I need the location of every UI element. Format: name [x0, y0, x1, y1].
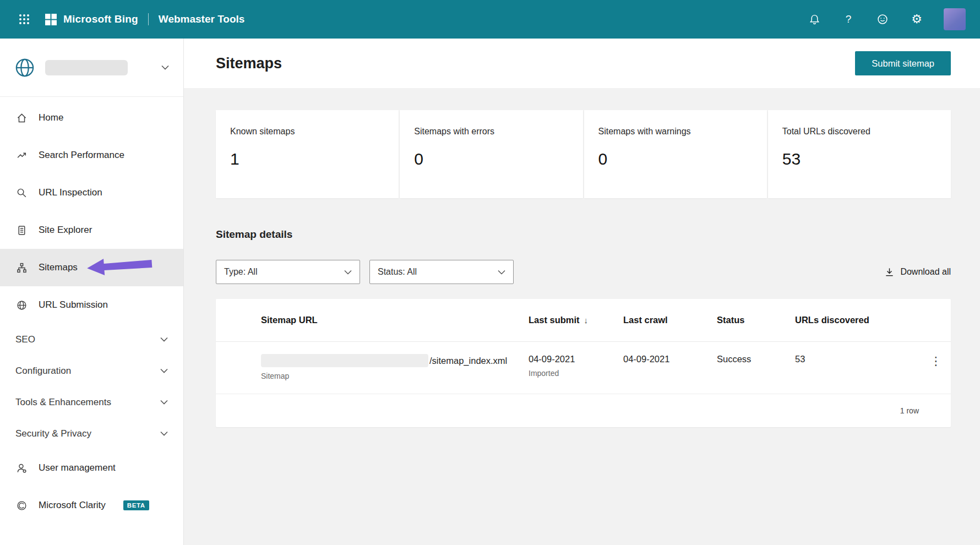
chevron-down-icon [160, 337, 168, 342]
stats-row: Known sitemaps 1 Sitemaps with errors 0 … [216, 110, 951, 198]
stat-card-sitemaps-warnings: Sitemaps with warnings 0 [584, 110, 767, 198]
trend-chart-icon [15, 149, 28, 161]
notifications-bell-icon[interactable] [807, 12, 821, 26]
product-name: Webmaster Tools [159, 13, 245, 25]
urls-discovered-cell: 53 [795, 354, 921, 364]
last-submit-source: Imported [529, 369, 623, 378]
chevron-down-icon [160, 431, 168, 436]
sitemap-details-title: Sitemap details [216, 228, 951, 241]
type-filter-value: Type: All [224, 267, 257, 277]
user-icon [15, 462, 28, 474]
stat-label: Total URLs discovered [782, 127, 937, 137]
stat-label: Sitemaps with errors [414, 127, 568, 137]
site-selector[interactable] [0, 39, 183, 97]
feedback-smiley-icon[interactable] [875, 12, 890, 26]
sitemaps-table: Sitemap URL Last submit↓ Last crawl Stat… [216, 299, 951, 427]
beta-badge: BETA [123, 500, 149, 510]
type-filter-select[interactable]: Type: All [216, 260, 360, 284]
app-root: Microsoft Bing Webmaster Tools ? ⚙ [0, 0, 980, 545]
sidebar-item-microsoft-clarity[interactable]: Microsoft Clarity BETA [0, 487, 183, 524]
download-icon [884, 267, 895, 277]
brand-logo[interactable]: Microsoft Bing Webmaster Tools [45, 13, 244, 25]
sidebar-item-label: Home [39, 112, 63, 123]
status-cell: Success [717, 354, 795, 364]
sidebar: Home Search Performance URL Inspection [0, 39, 184, 545]
last-submit-cell: 04-09-2021 Imported [529, 354, 623, 378]
sidebar-item-user-management[interactable]: User management [0, 449, 183, 487]
stat-card-total-urls: Total URLs discovered 53 [768, 110, 951, 198]
sort-desc-icon: ↓ [584, 315, 589, 325]
sidebar-item-sitemaps[interactable]: Sitemaps [0, 249, 183, 286]
table-header-row: Sitemap URL Last submit↓ Last crawl Stat… [216, 299, 951, 342]
last-crawl-date: 04-09-2021 [623, 354, 717, 364]
filters-row: Type: All Status: All [216, 260, 951, 284]
stat-label: Sitemaps with warnings [598, 127, 753, 137]
sidebar-item-search-performance[interactable]: Search Performance [0, 137, 183, 174]
row-count-label: 1 row [900, 406, 919, 415]
sitemap-type-label: Sitemap [261, 372, 529, 380]
col-header-sitemap-url[interactable]: Sitemap URL [216, 315, 529, 325]
microsoft-logo-icon [45, 14, 57, 25]
stat-card-known-sitemaps: Known sitemaps 1 [216, 110, 399, 198]
col-header-last-submit[interactable]: Last submit↓ [529, 315, 623, 325]
help-icon[interactable]: ? [841, 12, 856, 26]
sidebar-group-label: Tools & Enhancements [15, 397, 111, 408]
sidebar-item-label: User management [39, 462, 116, 473]
sidebar-item-label: Sitemaps [39, 262, 78, 273]
sidebar-group-security-privacy[interactable]: Security & Privacy [0, 418, 183, 449]
topbar-actions: ? ⚙ [807, 8, 966, 30]
row-menu-kebab-icon[interactable]: ⋮ [927, 355, 945, 367]
sidebar-item-label: URL Submission [39, 299, 108, 310]
chevron-down-icon [160, 400, 168, 405]
stat-label: Known sitemaps [230, 127, 384, 137]
page-title: Sitemaps [216, 55, 282, 72]
sidebar-item-site-explorer[interactable]: Site Explorer [0, 211, 183, 249]
sidebar-item-label: Site Explorer [39, 225, 92, 236]
sidebar-item-home[interactable]: Home [0, 99, 183, 137]
sidebar-group-seo[interactable]: SEO [0, 324, 183, 355]
sidebar-group-label: Security & Privacy [15, 428, 91, 439]
main-content: Sitemaps Submit sitemap Known sitemaps 1… [184, 39, 980, 545]
col-header-label: Last submit [529, 315, 580, 325]
sidebar-item-url-inspection[interactable]: URL Inspection [0, 174, 183, 211]
sidebar-nav: Home Search Performance URL Inspection [0, 97, 183, 524]
globe-icon [15, 299, 28, 311]
col-header-urls-discovered[interactable]: URLs discovered [795, 315, 921, 325]
col-header-last-crawl[interactable]: Last crawl [623, 315, 717, 325]
last-crawl-cell: 04-09-2021 [623, 354, 717, 364]
url-redacted-blob [261, 354, 428, 367]
stat-value: 0 [598, 150, 753, 168]
table-footer: 1 row [216, 394, 951, 427]
user-avatar[interactable] [944, 8, 966, 30]
stat-value: 1 [230, 150, 384, 168]
brand-name: Microsoft Bing [63, 13, 138, 25]
settings-gear-icon[interactable]: ⚙ [910, 12, 924, 26]
table-row: /sitemap_index.xml Sitemap 04-09-2021 Im… [216, 342, 951, 394]
sidebar-group-label: SEO [15, 334, 35, 345]
document-list-icon [15, 224, 28, 236]
search-icon [15, 187, 28, 199]
download-all-button[interactable]: Download all [884, 267, 951, 277]
status-filter-select[interactable]: Status: All [369, 260, 514, 284]
status-value: Success [717, 354, 795, 364]
app-launcher-icon[interactable] [13, 8, 35, 30]
submit-sitemap-button[interactable]: Submit sitemap [855, 51, 951, 75]
stat-value: 0 [414, 150, 568, 168]
content-area: Known sitemaps 1 Sitemaps with errors 0 … [184, 88, 980, 427]
sidebar-group-configuration[interactable]: Configuration [0, 355, 183, 386]
sidebar-group-tools-enhancements[interactable]: Tools & Enhancements [0, 386, 183, 418]
chevron-down-icon [161, 65, 169, 70]
site-name-redacted [45, 60, 128, 75]
urls-discovered-value: 53 [795, 354, 921, 364]
col-header-status[interactable]: Status [717, 315, 795, 325]
chevron-down-icon [160, 368, 168, 373]
home-icon [15, 112, 28, 124]
clarity-logo-icon [15, 499, 28, 511]
chevron-down-icon [498, 270, 505, 275]
waffle-icon [19, 14, 30, 25]
page-header: Sitemaps Submit sitemap [184, 39, 980, 88]
sidebar-item-label: URL Inspection [39, 187, 102, 198]
sidebar-item-url-submission[interactable]: URL Submission [0, 286, 183, 324]
site-globe-icon [13, 56, 36, 79]
sidebar-group-label: Configuration [15, 366, 71, 377]
